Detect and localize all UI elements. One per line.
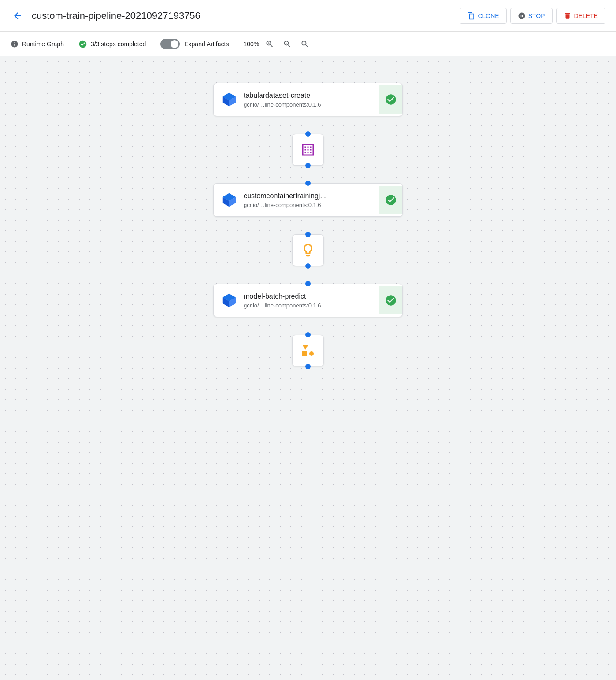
node-1-subtitle: gcr.io/…line-components:0.1.6 — [244, 101, 372, 108]
delete-icon — [564, 12, 571, 20]
node-2-subtitle: gcr.io/…line-components:0.1.6 — [244, 202, 372, 208]
page-title: custom-train-pipeline-20210927193756 — [32, 10, 453, 22]
node-2-name: customcontainertrainingj... — [244, 192, 372, 200]
node-1-status — [379, 85, 402, 114]
artifact-node-model[interactable] — [292, 234, 324, 266]
svg-rect-1 — [302, 351, 307, 356]
clone-icon — [467, 12, 475, 20]
node-2-status — [379, 186, 402, 214]
pipeline-node-1[interactable]: tabulardataset-create gcr.io/…line-compo… — [213, 83, 403, 116]
pipeline-flow: tabulardataset-create gcr.io/…line-compo… — [198, 83, 418, 380]
toolbar: Runtime Graph 3/3 steps completed Expand… — [0, 32, 616, 56]
delete-label: DELETE — [574, 12, 598, 19]
zoom-in-button[interactable] — [263, 37, 277, 51]
artifact-node-2-wrapper — [292, 234, 324, 266]
node-3-info: model-batch-predict gcr.io/…line-compone… — [244, 292, 372, 309]
lightbulb-icon — [301, 243, 315, 258]
table-icon — [300, 142, 316, 158]
stop-label: STOP — [528, 12, 545, 19]
clone-button[interactable]: CLONE — [460, 8, 506, 24]
pipeline-canvas: tabulardataset-create gcr.io/…line-compo… — [0, 56, 616, 680]
node-1-info: tabulardataset-create gcr.io/…line-compo… — [244, 92, 372, 108]
artifact-node-1-wrapper — [292, 134, 324, 166]
svg-marker-0 — [303, 345, 308, 350]
zoom-fit-button[interactable] — [298, 37, 312, 51]
zoom-value: 100% — [243, 41, 259, 48]
header: custom-train-pipeline-20210927193756 CLO… — [0, 0, 616, 32]
info-icon — [11, 40, 19, 48]
node-3-check-icon — [385, 294, 397, 307]
node-1-check-icon — [385, 93, 397, 106]
clone-label: CLONE — [478, 12, 499, 19]
stop-button[interactable]: STOP — [510, 8, 553, 24]
pipeline-node-2[interactable]: customcontainertrainingj... gcr.io/…line… — [213, 183, 403, 217]
node-3-status — [379, 286, 402, 314]
node-2-info: customcontainertrainingj... gcr.io/…line… — [244, 192, 372, 208]
zoom-controls: 100% — [236, 32, 319, 56]
steps-completed-item: 3/3 steps completed — [71, 32, 153, 56]
cube-icon-2 — [221, 192, 237, 208]
toggle-switch[interactable] — [160, 39, 180, 49]
svg-point-2 — [309, 351, 314, 356]
expand-artifacts-toggle[interactable]: Expand Artifacts — [153, 32, 236, 56]
expand-artifacts-label: Expand Artifacts — [184, 41, 229, 48]
steps-completed-label: 3/3 steps completed — [91, 41, 146, 48]
artifact-node-pipeline[interactable] — [292, 335, 324, 366]
delete-button[interactable]: DELETE — [556, 8, 605, 24]
pipeline-node-3[interactable]: model-batch-predict gcr.io/…line-compone… — [213, 284, 403, 317]
artifact-node-3-wrapper — [292, 335, 324, 366]
node-3-name: model-batch-predict — [244, 292, 372, 300]
artifact-node-table[interactable] — [292, 134, 324, 166]
check-circle-icon — [78, 40, 87, 48]
runtime-graph-label: Runtime Graph — [22, 41, 64, 48]
stop-icon — [518, 12, 526, 20]
header-actions: CLONE STOP DELETE — [460, 8, 605, 24]
cube-icon-3 — [221, 292, 237, 309]
back-button[interactable] — [11, 9, 25, 23]
node-1-name: tabulardataset-create — [244, 92, 372, 100]
cube-icon-1 — [221, 91, 237, 108]
node-2-check-icon — [385, 194, 397, 206]
pipeline-shapes-icon — [300, 343, 316, 358]
runtime-graph-item[interactable]: Runtime Graph — [11, 32, 71, 56]
node-3-subtitle: gcr.io/…line-components:0.1.6 — [244, 302, 372, 309]
zoom-out-button[interactable] — [280, 37, 294, 51]
